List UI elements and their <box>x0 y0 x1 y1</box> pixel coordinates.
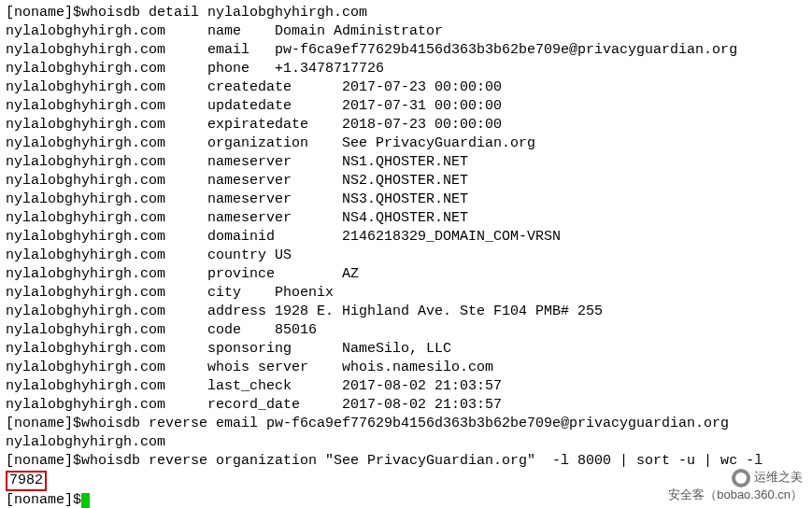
whois-row: nylalobghyhirgh.com organization See Pri… <box>6 134 806 153</box>
whois-row: nylalobghyhirgh.com last_check 2017-08-0… <box>6 377 806 396</box>
whois-row: nylalobghyhirgh.com nameserver NS4.QHOST… <box>6 209 806 228</box>
whois-row: nylalobghyhirgh.com sponsoring NameSilo,… <box>6 340 806 359</box>
whois-row: nylalobghyhirgh.com name Domain Administ… <box>6 22 806 41</box>
whois-row: nylalobghyhirgh.com updatedate 2017-07-3… <box>6 97 806 116</box>
whois-row: nylalobghyhirgh.com province AZ <box>6 265 806 284</box>
whois-row: nylalobghyhirgh.com address 1928 E. High… <box>6 303 806 321</box>
highlight-box: 7982 <box>6 471 47 491</box>
whois-row: nylalobghyhirgh.com country US <box>6 247 806 265</box>
cmd-reverse-email: [noname]$whoisdb reverse email pw-f6ca9e… <box>6 415 806 433</box>
cursor <box>81 493 90 508</box>
whois-row: nylalobghyhirgh.com phone +1.3478717726 <box>6 60 806 78</box>
whois-row: nylalobghyhirgh.com whois server whois.n… <box>6 359 806 377</box>
whois-row: nylalobghyhirgh.com code 85016 <box>6 321 806 340</box>
whois-row: nylalobghyhirgh.com nameserver NS3.QHOST… <box>6 190 806 209</box>
whois-row: nylalobghyhirgh.com email pw-f6ca9ef7762… <box>6 41 806 60</box>
whois-row: nylalobghyhirgh.com city Phoenix <box>6 284 806 303</box>
whois-row: nylalobghyhirgh.com record_date 2017-08-… <box>6 396 806 415</box>
whois-row: nylalobghyhirgh.com nameserver NS1.QHOST… <box>6 153 806 172</box>
result-reverse-org: 7982 <box>6 471 806 491</box>
prompt-ready[interactable]: [noname]$ <box>6 491 806 508</box>
whois-row: nylalobghyhirgh.com nameserver NS2.QHOST… <box>6 172 806 190</box>
cmd-reverse-org: [noname]$whoisdb reverse organization "S… <box>6 452 806 471</box>
whois-row: nylalobghyhirgh.com domainid 2146218329_… <box>6 228 806 247</box>
cmd-detail: [noname]$whoisdb detail nylalobghyhirgh.… <box>6 4 806 22</box>
terminal[interactable]: [noname]$whoisdb detail nylalobghyhirgh.… <box>0 0 812 508</box>
whois-row: nylalobghyhirgh.com createdate 2017-07-2… <box>6 78 806 97</box>
whois-row: nylalobghyhirgh.com expiratedate 2018-07… <box>6 116 806 134</box>
result-reverse-email: nylalobghyhirgh.com <box>6 433 806 452</box>
